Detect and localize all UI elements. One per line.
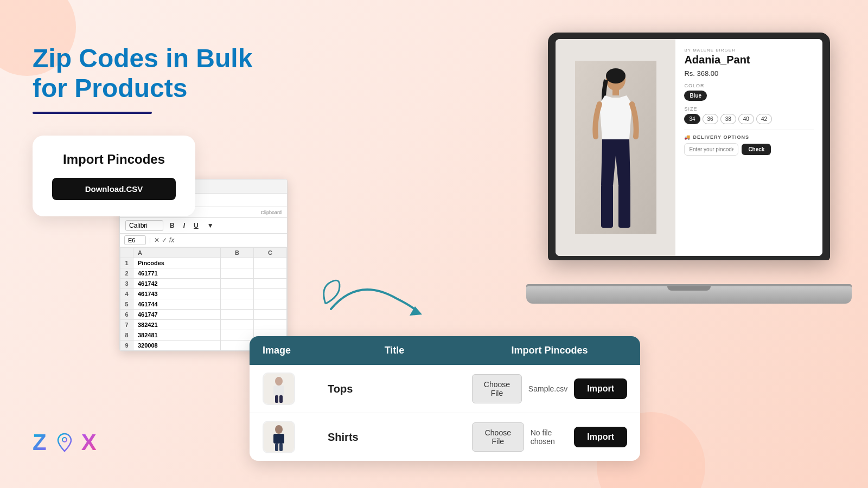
- cell-b[interactable]: [221, 299, 254, 310]
- size-chip-38[interactable]: 38: [720, 114, 736, 124]
- import-pincodes-card: Import Pincodes Download.CSV: [33, 136, 195, 216]
- title-underline: [33, 112, 152, 114]
- shirts-title: Shirts: [317, 431, 472, 444]
- laptop-container: BY MALENE BIRGER Adania_Pant Rs. 368.00 …: [526, 33, 852, 314]
- shirts-thumbnail: [263, 421, 295, 453]
- header-title: Title: [317, 345, 472, 356]
- bold-button[interactable]: B: [168, 221, 177, 230]
- font-more-button[interactable]: ▼: [205, 221, 216, 230]
- shirts-choose-file-button[interactable]: Choose File: [472, 422, 524, 452]
- svg-rect-9: [275, 444, 278, 451]
- title-line1: Zip Codes in Bulk: [33, 44, 252, 73]
- row-number: 2: [120, 268, 133, 279]
- svg-point-13: [606, 68, 626, 84]
- delivery-label: 🚚 DELIVERY OPTIONS: [684, 134, 814, 140]
- svg-rect-5: [279, 395, 283, 403]
- corner-header: [120, 248, 133, 258]
- check-button[interactable]: Check: [742, 144, 771, 155]
- shirts-import-button[interactable]: Import: [574, 427, 627, 447]
- svg-rect-15: [601, 184, 613, 228]
- download-csv-button[interactable]: Download.CSV: [52, 178, 176, 200]
- svg-point-2: [275, 377, 283, 386]
- cell-a[interactable]: 461771: [133, 268, 221, 279]
- svg-point-17: [62, 438, 67, 442]
- laptop-base-notch: [667, 286, 711, 291]
- size-label: Size: [684, 106, 814, 112]
- page-title: Zip Codes in Bulk for Products: [33, 43, 260, 103]
- spreadsheet-row: 5461744: [120, 299, 287, 310]
- cell-b[interactable]: [221, 289, 254, 299]
- cell-c[interactable]: [254, 299, 287, 310]
- tops-image: [264, 374, 294, 404]
- spreadsheet-row: 6461747: [120, 310, 287, 320]
- import-card-title: Import Pincodes: [52, 152, 176, 167]
- size-chip-34[interactable]: 34: [684, 114, 700, 124]
- cell-b[interactable]: [221, 268, 254, 279]
- size-chip-40[interactable]: 40: [738, 114, 754, 124]
- header-image: Image: [263, 345, 317, 356]
- cell-c[interactable]: [254, 279, 287, 289]
- size-chip-42[interactable]: 42: [756, 114, 772, 124]
- row-number: 6: [120, 310, 133, 320]
- pincode-input[interactable]: [684, 143, 738, 156]
- col-b-header: B: [221, 248, 254, 258]
- underline-button[interactable]: U: [192, 221, 201, 230]
- cell-a[interactable]: 461747: [133, 310, 221, 320]
- formula-bar: | ✕ ✓ fx: [120, 234, 287, 247]
- tops-file-name: Sample.csv: [528, 384, 567, 393]
- cell-b[interactable]: [221, 258, 254, 268]
- cell-a[interactable]: 461742: [133, 279, 221, 289]
- row-number: 1: [120, 258, 133, 268]
- formula-cancel-icon[interactable]: ✕: [154, 236, 159, 244]
- cell-a[interactable]: 382481: [133, 330, 221, 341]
- delivery-section: 🚚 DELIVERY OPTIONS Check: [684, 130, 814, 156]
- cell-a[interactable]: 320008: [133, 341, 221, 351]
- svg-rect-10: [279, 444, 283, 451]
- zox-logo: Z O X: [33, 429, 98, 455]
- spreadsheet-row: 4461743: [120, 289, 287, 299]
- zox-pin-icon: [57, 433, 72, 452]
- svg-point-7: [275, 425, 283, 434]
- col-a-header: A: [133, 248, 221, 258]
- tops-import-button[interactable]: Import: [574, 378, 627, 399]
- product-price: Rs. 368.00: [684, 69, 814, 78]
- cell-b[interactable]: [221, 330, 254, 341]
- row-number: 7: [120, 320, 133, 330]
- bottom-table-container: Image Title Import Pincodes Tops Choose …: [250, 336, 640, 461]
- row-number: 9: [120, 341, 133, 351]
- table-row-tops: Tops Choose File Sample.csv Import: [250, 365, 640, 413]
- svg-rect-14: [612, 89, 619, 95]
- tops-choose-file-button[interactable]: Choose File: [472, 374, 522, 403]
- formula-confirm-icon[interactable]: ✓: [162, 236, 167, 244]
- size-chip-36[interactable]: 36: [703, 114, 718, 124]
- laptop-screen-outer: BY MALENE BIRGER Adania_Pant Rs. 368.00 …: [548, 33, 830, 260]
- cell-b[interactable]: [221, 341, 254, 351]
- cell-a[interactable]: 382421: [133, 320, 221, 330]
- cell-a[interactable]: 461744: [133, 299, 221, 310]
- cell-b[interactable]: [221, 320, 254, 330]
- cell-c[interactable]: [254, 310, 287, 320]
- truck-icon: 🚚: [684, 134, 691, 140]
- cell-c[interactable]: [254, 258, 287, 268]
- product-name: Adania_Pant: [684, 54, 814, 66]
- italic-button[interactable]: I: [181, 221, 187, 230]
- shirts-file-name: No file chosen: [531, 428, 568, 446]
- cell-c[interactable]: [254, 289, 287, 299]
- col-c-header: C: [254, 248, 287, 258]
- laptop-screen-inner: BY MALENE BIRGER Adania_Pant Rs. 368.00 …: [556, 39, 822, 256]
- size-options: 3436384042: [684, 114, 814, 124]
- cell-a[interactable]: 461743: [133, 289, 221, 299]
- cell-b[interactable]: [221, 279, 254, 289]
- spreadsheet-row: 2461771: [120, 268, 287, 279]
- spreadsheet-row: 3461742: [120, 279, 287, 289]
- font-name-input[interactable]: [125, 220, 163, 231]
- cell-b[interactable]: [221, 310, 254, 320]
- color-blue[interactable]: Blue: [684, 91, 707, 101]
- row-number: 8: [120, 330, 133, 341]
- cell-a[interactable]: Pincodes: [133, 258, 221, 268]
- cell-c[interactable]: [254, 320, 287, 330]
- cell-c[interactable]: [254, 268, 287, 279]
- bottom-table-header: Image Title Import Pincodes: [250, 336, 640, 365]
- cell-reference-input[interactable]: [124, 235, 146, 245]
- spreadsheet-table: A B C 1Pincodes2461771346174244617435461…: [120, 247, 287, 351]
